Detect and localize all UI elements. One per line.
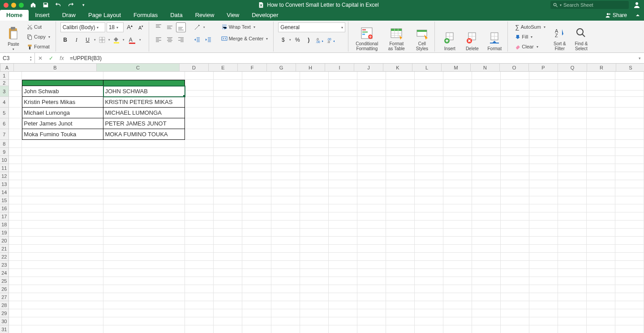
cell[interactable] — [501, 325, 529, 333]
cell[interactable] — [415, 245, 443, 253]
cell[interactable] — [529, 196, 558, 204]
cell[interactable] — [501, 221, 529, 229]
cell[interactable] — [501, 118, 529, 129]
cell[interactable] — [185, 301, 214, 309]
cell[interactable] — [386, 245, 415, 253]
cell[interactable] — [615, 180, 644, 188]
tab-home[interactable]: Home — [0, 10, 29, 21]
cell[interactable] — [185, 261, 214, 269]
cell[interactable] — [615, 172, 644, 180]
cell[interactable] — [529, 325, 558, 333]
cell[interactable] — [329, 188, 357, 196]
cell[interactable] — [558, 188, 587, 196]
cell[interactable] — [357, 129, 386, 140]
cell[interactable] — [443, 180, 472, 188]
cell[interactable] — [472, 317, 501, 325]
column-header[interactable]: B — [14, 64, 97, 72]
cell[interactable] — [443, 253, 472, 261]
cell[interactable] — [22, 156, 103, 164]
cell[interactable] — [558, 269, 587, 277]
cell[interactable] — [214, 118, 242, 129]
cell[interactable] — [242, 196, 271, 204]
align-bottom-icon[interactable] — [176, 22, 186, 32]
cell[interactable] — [558, 129, 587, 140]
cell[interactable] — [558, 172, 587, 180]
cell[interactable] — [22, 164, 103, 172]
cell[interactable] — [415, 108, 443, 118]
cell[interactable] — [386, 269, 415, 277]
cell[interactable] — [415, 180, 443, 188]
cell[interactable] — [329, 285, 357, 293]
cell[interactable] — [415, 301, 443, 309]
cell[interactable] — [501, 86, 529, 97]
increase-indent-icon[interactable] — [203, 35, 213, 45]
cell[interactable] — [357, 269, 386, 277]
cell[interactable] — [472, 72, 501, 80]
cell[interactable] — [214, 156, 242, 164]
cell[interactable] — [558, 180, 587, 188]
cell[interactable] — [300, 180, 329, 188]
cell[interactable] — [185, 221, 214, 229]
autosum-button[interactable]: ∑AutoSum — [512, 22, 548, 31]
cell[interactable] — [443, 172, 472, 180]
cell[interactable] — [587, 108, 615, 118]
align-center-icon[interactable] — [165, 35, 175, 45]
cell[interactable] — [558, 140, 587, 148]
cell[interactable] — [9, 237, 22, 245]
cell[interactable] — [357, 261, 386, 269]
cell[interactable] — [9, 293, 22, 301]
cell[interactable] — [103, 180, 185, 188]
cell[interactable] — [472, 245, 501, 253]
cell[interactable] — [501, 204, 529, 212]
cell[interactable] — [415, 261, 443, 269]
cell[interactable] — [271, 172, 300, 180]
cell[interactable] — [271, 285, 300, 293]
cell[interactable] — [501, 180, 529, 188]
cell[interactable] — [329, 237, 357, 245]
cell[interactable] — [415, 140, 443, 148]
cell[interactable] — [587, 86, 615, 97]
cell[interactable] — [587, 180, 615, 188]
row-header[interactable]: 7 — [0, 129, 9, 140]
cell[interactable] — [501, 129, 529, 140]
cell[interactable] — [357, 212, 386, 221]
format-painter-button[interactable]: Format — [24, 42, 53, 51]
cell[interactable] — [329, 253, 357, 261]
cell[interactable] — [472, 204, 501, 212]
row-header[interactable]: 27 — [0, 293, 9, 301]
cell[interactable] — [615, 301, 644, 309]
cell[interactable] — [558, 148, 587, 156]
cell[interactable] — [22, 285, 103, 293]
cell[interactable] — [587, 229, 615, 237]
tab-draw[interactable]: Draw — [56, 10, 82, 21]
cell[interactable] — [558, 229, 587, 237]
cell[interactable] — [472, 180, 501, 188]
cell[interactable] — [529, 97, 558, 108]
cell[interactable] — [587, 245, 615, 253]
cell[interactable] — [386, 285, 415, 293]
cell[interactable] — [529, 285, 558, 293]
cell[interactable] — [386, 86, 415, 97]
cell[interactable] — [443, 293, 472, 301]
cell[interactable] — [103, 221, 185, 229]
cell[interactable] — [185, 269, 214, 277]
cell[interactable] — [615, 72, 644, 80]
cell[interactable] — [214, 285, 242, 293]
cell[interactable] — [386, 156, 415, 164]
cell[interactable] — [386, 196, 415, 204]
cell[interactable] — [415, 325, 443, 333]
cell[interactable] — [615, 285, 644, 293]
cell[interactable]: Kristin Peters Mikas — [22, 97, 103, 108]
cell[interactable] — [329, 221, 357, 229]
cell[interactable] — [415, 86, 443, 97]
cell[interactable] — [587, 164, 615, 172]
cell[interactable] — [386, 140, 415, 148]
cell[interactable] — [185, 253, 214, 261]
cell[interactable] — [185, 237, 214, 245]
cell[interactable] — [615, 253, 644, 261]
search-sheet-input[interactable]: ▾ Search Sheet — [550, 1, 629, 9]
cell[interactable] — [185, 156, 214, 164]
cell[interactable] — [103, 229, 185, 237]
cell[interactable] — [501, 196, 529, 204]
cell[interactable] — [615, 196, 644, 204]
